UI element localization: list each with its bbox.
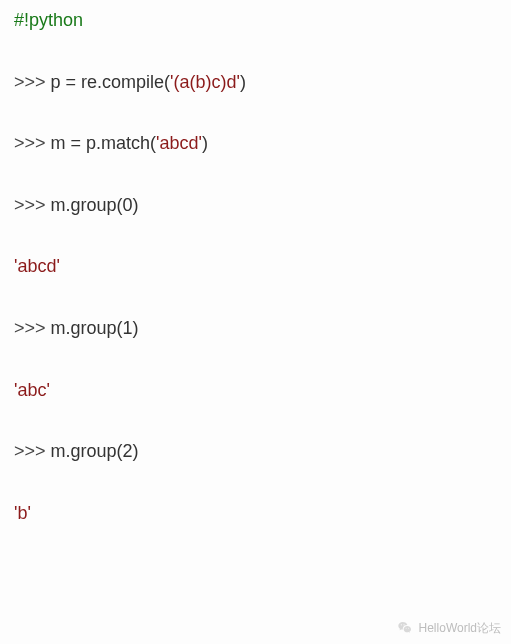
- result-line: 'abcd': [14, 256, 497, 278]
- code-line: >>> m.group(0): [14, 195, 497, 217]
- watermark: HelloWorld论坛: [397, 620, 501, 636]
- watermark-text: HelloWorld论坛: [419, 621, 501, 635]
- blank-gap: [14, 216, 497, 256]
- code-line: >>> m.group(2): [14, 441, 497, 463]
- blank-gap: [14, 32, 497, 72]
- blank-gap: [14, 155, 497, 195]
- repl-prompt: >>>: [14, 441, 51, 461]
- repl-prompt: >>>: [14, 195, 51, 215]
- code-block: #!python >>> p = re.compile('(a(b)c)d') …: [0, 0, 511, 644]
- code-text: p = re.compile(: [51, 72, 171, 92]
- code-text: m.group(0): [51, 195, 139, 215]
- repl-prompt: >>>: [14, 72, 51, 92]
- repl-prompt: >>>: [14, 133, 51, 153]
- code-line: >>> m = p.match('abcd'): [14, 133, 497, 155]
- wechat-icon: [397, 620, 413, 636]
- string-literal: 'abcd': [156, 133, 202, 153]
- shebang-text: #!python: [14, 10, 83, 30]
- shebang-line: #!python: [14, 10, 497, 32]
- string-literal: '(a(b)c)d': [170, 72, 240, 92]
- result-line: 'abc': [14, 380, 497, 402]
- result-text: 'abc': [14, 380, 50, 400]
- result-text: 'b': [14, 503, 31, 523]
- result-text: 'abcd': [14, 256, 60, 276]
- code-text: ): [202, 133, 208, 153]
- result-line: 'b': [14, 503, 497, 525]
- blank-gap: [14, 340, 497, 380]
- blank-gap: [14, 93, 497, 133]
- code-text: m.group(2): [51, 441, 139, 461]
- blank-gap: [14, 401, 497, 441]
- code-text: m = p.match(: [51, 133, 157, 153]
- blank-gap: [14, 278, 497, 318]
- blank-gap: [14, 463, 497, 503]
- code-text: m.group(1): [51, 318, 139, 338]
- code-line: >>> m.group(1): [14, 318, 497, 340]
- code-text: ): [240, 72, 246, 92]
- code-line: >>> p = re.compile('(a(b)c)d'): [14, 72, 497, 94]
- repl-prompt: >>>: [14, 318, 51, 338]
